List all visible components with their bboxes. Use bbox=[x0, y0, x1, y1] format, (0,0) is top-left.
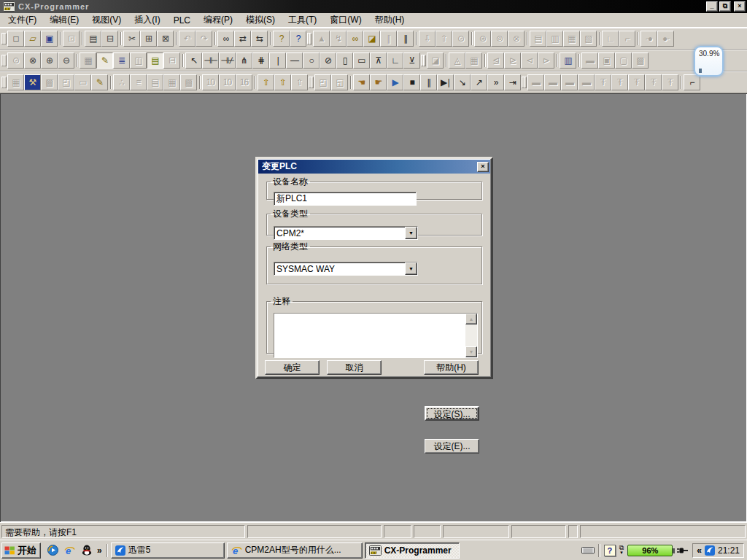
zoom-in-icon[interactable]: ⊕ bbox=[41, 52, 58, 69]
differential-up-icon[interactable]: ∟ bbox=[602, 31, 619, 47]
ok-button[interactable]: 确定 bbox=[265, 360, 320, 375]
io-condition-4-icon[interactable]: Ŧ bbox=[645, 74, 662, 90]
release-online-edit-icon[interactable]: ▦ bbox=[465, 52, 482, 69]
cross-reference-icon[interactable]: ∴ bbox=[113, 74, 130, 90]
online-edit-rung-1-icon[interactable]: ⊴ bbox=[487, 52, 504, 69]
toggle-corner-icon[interactable]: ⌐ bbox=[684, 74, 700, 90]
force-off-icon[interactable]: ●- bbox=[657, 31, 674, 47]
io-monitor-4-icon[interactable]: ▬ bbox=[578, 74, 595, 90]
edit-note-icon[interactable]: ✎ bbox=[91, 74, 108, 90]
comment-textarea[interactable] bbox=[274, 314, 465, 357]
show-rung-annotation-icon[interactable]: ≣ bbox=[113, 52, 130, 69]
print-icon[interactable]: ▤ bbox=[85, 31, 101, 47]
send-changes-icon[interactable]: ◬ bbox=[449, 52, 465, 69]
io-monitor-3-icon[interactable]: ▬ bbox=[561, 74, 578, 90]
toolbar-grip[interactable] bbox=[1, 52, 7, 69]
pause-hand-1-icon[interactable]: ☚ bbox=[353, 74, 370, 90]
sim-step-run-icon[interactable]: ▶∣ bbox=[437, 74, 454, 90]
watch-window-2-icon[interactable]: ▥ bbox=[546, 31, 563, 47]
differential-down-icon[interactable]: ⌐ bbox=[619, 31, 635, 47]
window-switch-icon[interactable]: ⧉▼ bbox=[619, 545, 624, 556]
tray-collapse-chevron[interactable]: « bbox=[697, 545, 702, 556]
watch-window-3-icon[interactable]: ▦ bbox=[563, 31, 580, 47]
data-trace-icon[interactable]: ▥ bbox=[560, 52, 576, 69]
sim-pause-icon[interactable]: ∥ bbox=[420, 74, 437, 90]
help-icon[interactable]: ? bbox=[273, 31, 290, 47]
show-grid-icon[interactable]: ▦ bbox=[80, 52, 96, 69]
toolbar-grip[interactable] bbox=[306, 31, 312, 47]
dialog-close-button[interactable]: × bbox=[477, 162, 489, 172]
sim-run-icon[interactable]: ▶ bbox=[387, 74, 403, 90]
device-type-dropdown-icon[interactable]: ▼ bbox=[405, 227, 417, 239]
decimal-monitor-10-icon[interactable]: 10 bbox=[202, 74, 219, 90]
compile-icon[interactable]: ▲ bbox=[313, 31, 330, 47]
new-vertical-icon[interactable]: ∣ bbox=[269, 52, 286, 69]
new-instruction-icon[interactable]: ▭ bbox=[353, 52, 370, 69]
work-online-simulator-icon[interactable]: ∥ bbox=[380, 31, 397, 47]
power-plug-icon[interactable] bbox=[676, 546, 689, 555]
ie-icon[interactable]: e bbox=[63, 545, 76, 556]
hex-monitor-16-icon[interactable]: 16 bbox=[236, 74, 252, 90]
network-type-dropdown-icon[interactable]: ▼ bbox=[405, 262, 417, 275]
scroll-up-icon[interactable]: ▲ bbox=[465, 314, 477, 324]
help-button[interactable]: 帮助(H) bbox=[424, 360, 479, 375]
device-name-input[interactable] bbox=[274, 192, 417, 206]
menu-item-insert[interactable]: 插入(I) bbox=[128, 12, 166, 28]
watch-window-4-icon[interactable]: ▧ bbox=[580, 31, 597, 47]
memory-window-1-icon[interactable]: ▩ bbox=[41, 74, 58, 90]
global-symbols-icon[interactable]: ▦ bbox=[163, 74, 180, 90]
zoom-out-icon[interactable]: ⊖ bbox=[58, 52, 74, 69]
online-edit-rung-4-icon[interactable]: ⊳ bbox=[538, 52, 554, 69]
show-rungs-icon[interactable]: ▤ bbox=[147, 52, 163, 69]
compile-all-icon[interactable]: ↯ bbox=[330, 31, 347, 47]
print-preview-icon[interactable]: ⊟ bbox=[101, 31, 118, 47]
replace-icon[interactable]: ⇄ bbox=[234, 31, 251, 47]
monitor-mode-icon[interactable]: ⊚ bbox=[491, 31, 508, 47]
toolbar-grip[interactable] bbox=[521, 74, 527, 90]
save-project-icon[interactable]: ▣ bbox=[41, 31, 58, 47]
start-button[interactable]: 开始 bbox=[1, 542, 41, 559]
device-type-settings-button[interactable]: 设定(S)... bbox=[425, 406, 479, 421]
dialog-titlebar[interactable]: 变更PLC × bbox=[258, 160, 490, 174]
find-icon[interactable]: ∞ bbox=[217, 31, 234, 47]
zoom-select-icon[interactable]: ⊙ bbox=[7, 52, 24, 69]
new-contact-icon[interactable]: ⊣⊢ bbox=[202, 52, 219, 69]
check-program-icon[interactable]: ∞ bbox=[347, 31, 363, 47]
sim-stop-icon[interactable]: ■ bbox=[403, 74, 420, 90]
quick-launch-overflow-chevron[interactable]: » bbox=[97, 545, 102, 556]
selection-mode-icon[interactable]: ↖ bbox=[185, 52, 202, 69]
menu-item-tools[interactable]: 工具(T) bbox=[282, 12, 323, 28]
window-view-1-icon[interactable]: ◰ bbox=[314, 74, 331, 90]
menu-item-file[interactable]: 文件(F) bbox=[1, 12, 43, 28]
memory-editor-icon[interactable]: ▩ bbox=[180, 74, 197, 90]
plc-settings-icon[interactable]: ⚒ bbox=[24, 74, 41, 90]
menu-item-view[interactable]: 视图(V) bbox=[85, 12, 128, 28]
page-setup-icon[interactable]: ⊡ bbox=[63, 31, 80, 47]
toolbar-grip[interactable] bbox=[1, 31, 7, 47]
io-monitor-1-icon[interactable]: ▬ bbox=[527, 74, 544, 90]
new-or-contact-icon[interactable]: ⋔ bbox=[236, 52, 252, 69]
online-edit-icon[interactable]: ◪ bbox=[427, 52, 444, 69]
run-mode-icon[interactable]: ⊛ bbox=[474, 31, 491, 47]
device-type-combobox[interactable]: CPM2* ▼ bbox=[274, 226, 418, 240]
window-split-icon[interactable]: ◫ bbox=[130, 52, 147, 69]
zoom-fit-icon[interactable]: ⊗ bbox=[24, 52, 41, 69]
new-closed-or-contact-icon[interactable]: ⋕ bbox=[252, 52, 269, 69]
io-monitor-2-icon[interactable]: ▬ bbox=[544, 74, 561, 90]
task-button-thunder[interactable]: 迅雷5 bbox=[111, 542, 225, 559]
monitor-window-1-icon[interactable]: ▬ bbox=[581, 52, 598, 69]
input-help-icon[interactable]: ? bbox=[604, 545, 616, 556]
qq-icon[interactable] bbox=[80, 545, 93, 556]
upload-3-icon[interactable]: ⇧ bbox=[291, 74, 308, 90]
pause-hand-2-icon[interactable]: ☛ bbox=[370, 74, 387, 90]
force-on-icon[interactable]: -● bbox=[640, 31, 657, 47]
menu-item-help[interactable]: 帮助(H) bbox=[368, 12, 411, 28]
transfer-to-plc-icon[interactable]: ⇩ bbox=[419, 31, 436, 47]
toolbar-grip[interactable] bbox=[420, 52, 426, 69]
sim-step-out-icon[interactable]: ↗ bbox=[471, 74, 487, 90]
toolbar-grip[interactable] bbox=[308, 74, 314, 90]
open-project-icon[interactable]: ▱ bbox=[24, 31, 41, 47]
keyboard-icon[interactable] bbox=[581, 545, 595, 555]
edit-comments-icon[interactable]: ✎ bbox=[96, 52, 113, 69]
new-closed-contact-icon[interactable]: ⊣⊬ bbox=[219, 52, 236, 69]
